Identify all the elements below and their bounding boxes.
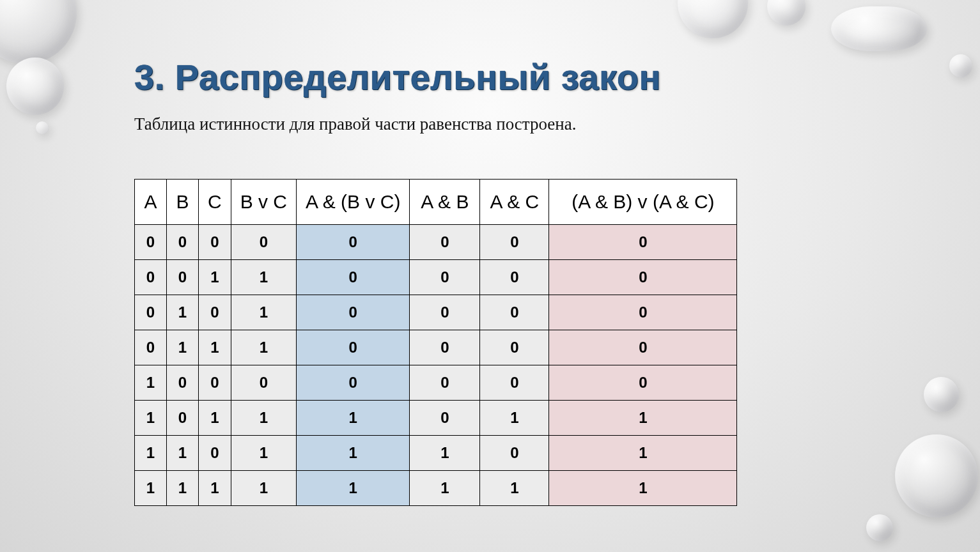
decorative-bubble	[831, 6, 927, 51]
col-header: B	[167, 180, 199, 225]
table-cell: 0	[549, 225, 737, 260]
table-cell: 1	[199, 260, 231, 295]
table-cell: 1	[135, 401, 167, 436]
table-cell: 1	[480, 471, 549, 506]
table-row: 11111111	[135, 471, 737, 506]
table-cell: 1	[231, 401, 296, 436]
truth-table: A B C B v C A & (B v C) A & B A & C (A &…	[134, 179, 737, 506]
table-cell: 1	[199, 401, 231, 436]
table-cell: 0	[549, 330, 737, 365]
slide-subtitle: Таблица истинности для правой части раве…	[134, 114, 737, 134]
decorative-bubble	[866, 514, 893, 541]
decorative-bubble	[895, 434, 978, 518]
table-cell: 0	[410, 365, 480, 401]
table-cell: 1	[297, 471, 410, 506]
slide-title: 3. Распределительный закон	[134, 56, 737, 98]
col-header: A & C	[480, 180, 549, 225]
table-cell: 0	[167, 401, 199, 436]
table-cell: 1	[199, 471, 231, 506]
table-cell: 0	[199, 225, 231, 260]
decorative-bubble	[924, 377, 959, 412]
col-header: C	[199, 180, 231, 225]
table-cell: 1	[297, 436, 410, 471]
table-cell: 0	[297, 225, 410, 260]
table-cell: 0	[549, 365, 737, 401]
table-cell: 0	[297, 365, 410, 401]
table-cell: 1	[167, 436, 199, 471]
table-cell: 0	[480, 365, 549, 401]
table-cell: 0	[167, 260, 199, 295]
table-cell: 0	[135, 330, 167, 365]
table-cell: 0	[480, 225, 549, 260]
table-row: 00110000	[135, 260, 737, 295]
table-cell: 0	[135, 295, 167, 330]
table-row: 10111011	[135, 401, 737, 436]
table-row: 11011101	[135, 436, 737, 471]
table-cell: 0	[231, 365, 296, 401]
table-cell: 1	[167, 295, 199, 330]
col-header: A & (B v C)	[297, 180, 410, 225]
table-cell: 0	[480, 436, 549, 471]
table-cell: 1	[549, 401, 737, 436]
col-header: A & B	[410, 180, 480, 225]
table-cell: 0	[480, 330, 549, 365]
table-cell: 0	[231, 225, 296, 260]
table-cell: 0	[199, 365, 231, 401]
decorative-bubble	[36, 121, 49, 134]
table-cell: 0	[135, 260, 167, 295]
table-cell: 1	[135, 365, 167, 401]
table-cell: 0	[410, 330, 480, 365]
decorative-bubble	[0, 0, 77, 64]
table-cell: 1	[135, 436, 167, 471]
col-header: B v C	[231, 180, 296, 225]
decorative-bubble	[949, 54, 972, 77]
table-cell: 0	[480, 260, 549, 295]
table-cell: 0	[480, 295, 549, 330]
table-cell: 1	[199, 330, 231, 365]
table-cell: 1	[231, 471, 296, 506]
table-cell: 0	[167, 365, 199, 401]
table-cell: 0	[297, 295, 410, 330]
table-cell: 0	[549, 260, 737, 295]
table-cell: 1	[231, 436, 296, 471]
table-cell: 0	[135, 225, 167, 260]
table-cell: 1	[231, 330, 296, 365]
table-cell: 0	[410, 295, 480, 330]
table-row: 10000000	[135, 365, 737, 401]
table-cell: 1	[231, 260, 296, 295]
table-cell: 1	[135, 471, 167, 506]
table-cell: 1	[549, 471, 737, 506]
table-cell: 1	[167, 330, 199, 365]
table-cell: 0	[549, 295, 737, 330]
table-cell: 1	[167, 471, 199, 506]
table-header-row: A B C B v C A & (B v C) A & B A & C (A &…	[135, 180, 737, 225]
col-header: (A & B) v (A & C)	[549, 180, 737, 225]
table-cell: 0	[167, 225, 199, 260]
table-cell: 0	[199, 436, 231, 471]
table-row: 00000000	[135, 225, 737, 260]
table-cell: 0	[410, 260, 480, 295]
table-cell: 1	[297, 401, 410, 436]
table-cell: 1	[410, 436, 480, 471]
table-cell: 0	[410, 225, 480, 260]
decorative-bubble	[678, 0, 748, 38]
table-cell: 0	[199, 295, 231, 330]
table-cell: 0	[410, 401, 480, 436]
table-cell: 1	[231, 295, 296, 330]
table-cell: 0	[297, 330, 410, 365]
table-cell: 0	[297, 260, 410, 295]
table-cell: 1	[549, 436, 737, 471]
col-header: A	[135, 180, 167, 225]
decorative-bubble	[6, 57, 64, 115]
decorative-bubble	[767, 0, 805, 26]
table-row: 01010000	[135, 295, 737, 330]
table-row: 01110000	[135, 330, 737, 365]
table-cell: 1	[410, 471, 480, 506]
table-cell: 1	[480, 401, 549, 436]
